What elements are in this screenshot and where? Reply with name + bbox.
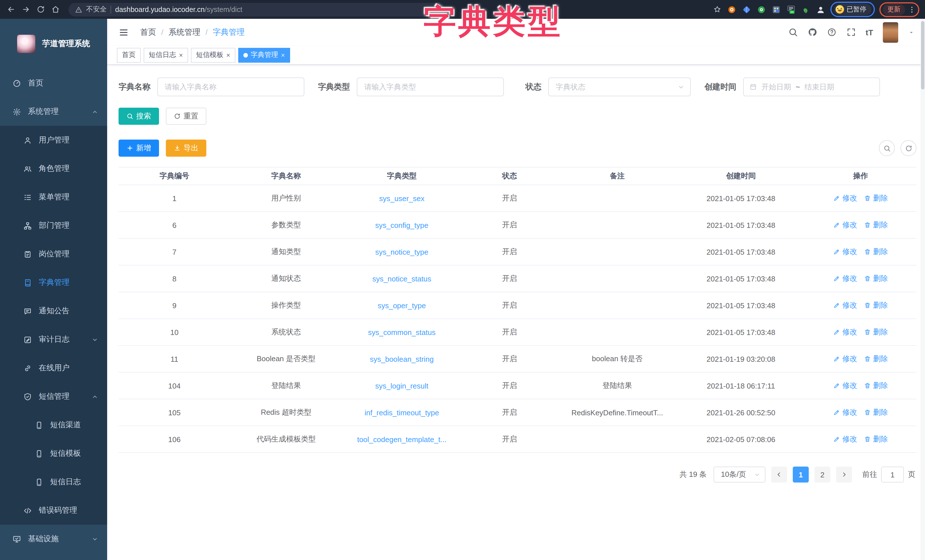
forward-arrow-icon[interactable] xyxy=(21,4,31,15)
search-button[interactable]: 搜索 xyxy=(119,108,159,125)
delete-link[interactable]: 删除 xyxy=(864,193,888,203)
close-icon[interactable]: × xyxy=(179,51,183,59)
reset-button[interactable]: 重置 xyxy=(166,108,206,125)
edit-link[interactable]: 修改 xyxy=(833,434,857,444)
delete-link[interactable]: 删除 xyxy=(864,274,888,284)
edit-link[interactable]: 修改 xyxy=(833,274,857,284)
refresh-table-button[interactable] xyxy=(901,140,916,156)
delete-link[interactable]: 删除 xyxy=(864,327,888,337)
dict-name-input[interactable] xyxy=(157,77,304,96)
dict-type-link[interactable]: sys_oper_type xyxy=(378,301,426,310)
menu-dots-icon[interactable] xyxy=(908,5,916,14)
dict-type-link[interactable]: sys_config_type xyxy=(375,221,428,229)
sidebar-item[interactable]: 错误码管理 xyxy=(0,496,107,525)
dict-type-input[interactable] xyxy=(357,77,504,96)
close-icon[interactable]: × xyxy=(226,51,230,59)
fullscreen-icon[interactable] xyxy=(846,27,856,37)
delete-link[interactable]: 删除 xyxy=(864,381,888,391)
sidebar-item[interactable]: 短信模板 xyxy=(0,439,107,468)
dict-type-link[interactable]: inf_redis_timeout_type xyxy=(365,408,439,417)
sidebar-item[interactable]: 角色管理 xyxy=(0,154,107,183)
person-icon[interactable] xyxy=(816,5,826,14)
tab-item[interactable]: 首页 xyxy=(117,48,141,62)
add-button[interactable]: 新增 xyxy=(119,140,159,157)
search-icon[interactable] xyxy=(788,27,798,37)
gem-icon[interactable] xyxy=(742,5,752,14)
sidebar-item[interactable]: 基础设施 xyxy=(0,525,107,553)
edit-link[interactable]: 修改 xyxy=(833,407,857,418)
sidebar-item[interactable]: 用户管理 xyxy=(0,126,107,154)
bookmark-star-icon[interactable] xyxy=(712,4,722,15)
sidebar-item[interactable]: 系统管理 xyxy=(0,98,107,126)
date-range-picker[interactable]: 开始日期 ~ 结束日期 xyxy=(743,77,880,96)
page-size-select[interactable]: 10条/页 xyxy=(714,467,765,483)
sidebar-item[interactable]: 短信管理 xyxy=(0,382,107,411)
sidebar-item[interactable]: 通知公告 xyxy=(0,297,107,325)
delete-link[interactable]: 删除 xyxy=(864,354,888,364)
reload-icon[interactable] xyxy=(35,4,45,15)
dict-type-link[interactable]: sys_common_status xyxy=(368,328,436,336)
sidebar-item[interactable]: 部门管理 xyxy=(0,211,107,240)
page-button-1[interactable]: 1 xyxy=(793,467,809,483)
target-icon[interactable] xyxy=(727,5,737,14)
edit-link[interactable]: 修改 xyxy=(833,220,857,230)
help-icon[interactable] xyxy=(827,27,837,37)
sprout-icon[interactable] xyxy=(801,5,811,14)
next-page-button[interactable] xyxy=(836,467,852,483)
back-arrow-icon[interactable] xyxy=(6,4,16,15)
sidebar-item[interactable]: 在线用户 xyxy=(0,354,107,382)
sidebar-item[interactable]: 岗位管理 xyxy=(0,240,107,268)
dict-type-link[interactable]: sys_login_result xyxy=(375,381,428,390)
edit-link[interactable]: 修改 xyxy=(833,193,857,203)
scrollbar-thumb[interactable] xyxy=(921,21,924,89)
github-icon[interactable] xyxy=(807,27,817,37)
tab-item[interactable]: 短信模板× xyxy=(191,48,235,62)
edit-link[interactable]: 修改 xyxy=(833,354,857,364)
dict-type-link[interactable]: sys_user_sex xyxy=(379,194,425,203)
dict-type-link[interactable]: sys_notice_status xyxy=(372,274,431,283)
scrollbar[interactable] xyxy=(920,19,925,560)
sidebar-item[interactable]: 首页 xyxy=(0,69,107,98)
delete-link[interactable]: 删除 xyxy=(864,300,888,310)
goto-page-input[interactable] xyxy=(881,467,904,483)
edit-link[interactable]: 修改 xyxy=(833,381,857,391)
page-button-2[interactable]: 2 xyxy=(814,467,830,483)
sidebar-item[interactable]: 字典管理 xyxy=(0,268,107,297)
sidebar-item[interactable]: 短信日志 xyxy=(0,468,107,496)
delete-link[interactable]: 删除 xyxy=(864,434,888,444)
toggle-search-button[interactable] xyxy=(879,140,895,156)
status-select[interactable]: 字典状态 xyxy=(548,77,691,96)
sidebar-item[interactable]: 审计日志 xyxy=(0,325,107,354)
update-button[interactable]: 更新 xyxy=(883,4,905,15)
green-circle-icon[interactable] xyxy=(756,5,766,14)
caret-down-icon[interactable] xyxy=(908,29,915,36)
user-avatar[interactable] xyxy=(883,22,898,42)
export-button[interactable]: 导出 xyxy=(166,140,206,157)
font-size-icon[interactable]: tT xyxy=(866,28,873,37)
app-logo[interactable]: 芋道管理系统 xyxy=(0,19,107,69)
edit-link[interactable]: 修改 xyxy=(833,327,857,337)
breadcrumb-item[interactable]: 系统管理 xyxy=(169,27,200,37)
list-on-icon[interactable]: on xyxy=(786,5,796,14)
edit-link[interactable]: 修改 xyxy=(833,247,857,257)
tab-item[interactable]: 短信日志× xyxy=(144,48,188,62)
sidebar-item[interactable]: 菜单管理 xyxy=(0,183,107,211)
paused-extension-chip[interactable]: 已暂停 xyxy=(830,2,875,17)
grid-icon[interactable] xyxy=(771,5,781,14)
sidebar-item[interactable]: 短信渠道 xyxy=(0,411,107,439)
tab-active[interactable]: 字典管理× xyxy=(238,48,290,62)
delete-link[interactable]: 删除 xyxy=(864,220,888,230)
home-icon[interactable] xyxy=(50,4,60,15)
hamburger-icon[interactable] xyxy=(119,27,130,38)
url-text[interactable]: dashboard.yudao.iocoder.cn/system/dict xyxy=(115,5,242,14)
breadcrumb-item[interactable]: 字典管理 xyxy=(213,27,245,37)
edit-link[interactable]: 修改 xyxy=(833,300,857,310)
close-icon[interactable]: × xyxy=(281,51,285,59)
dict-type-link[interactable]: tool_codegen_template_t... xyxy=(357,435,446,444)
dict-type-link[interactable]: sys_boolean_string xyxy=(370,355,434,363)
security-label[interactable]: 不安全 xyxy=(86,5,107,14)
delete-link[interactable]: 删除 xyxy=(864,247,888,257)
dict-type-link[interactable]: sys_notice_type xyxy=(375,247,428,256)
address-bar[interactable]: 不安全 dashboard.yudao.iocoder.cn/system/di… xyxy=(68,3,444,16)
prev-page-button[interactable] xyxy=(771,467,787,483)
